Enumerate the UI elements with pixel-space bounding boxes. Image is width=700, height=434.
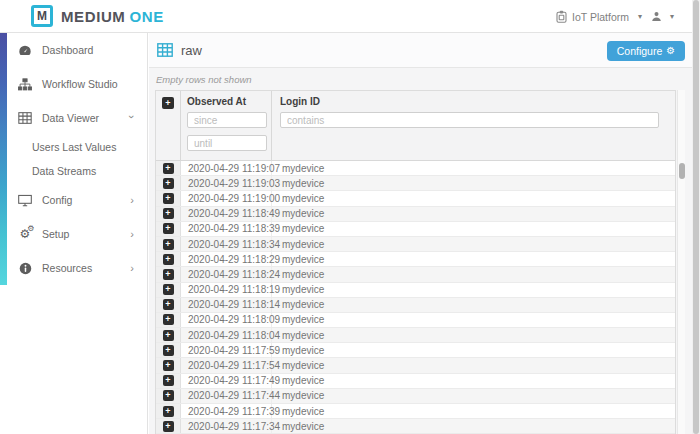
expand-cell: +	[156, 358, 181, 372]
sidebar-nav: Dashboard Workflow Studio	[0, 33, 147, 285]
plus-icon: +	[165, 331, 170, 340]
expand-row-button[interactable]: +	[163, 375, 174, 386]
expand-row-button[interactable]: +	[163, 314, 174, 325]
expand-row-button[interactable]: +	[163, 223, 174, 234]
observed-at-cell: 2020-04-29 11:18:39	[181, 222, 272, 236]
table-row: + 2020-04-29 11:17:34 mydevice	[156, 419, 675, 434]
chevron-down-icon: ›	[127, 115, 138, 119]
until-filter-input[interactable]	[187, 135, 267, 151]
sitemap-icon	[17, 78, 33, 91]
expand-row-button[interactable]: +	[163, 239, 174, 250]
desktop-icon	[17, 194, 33, 207]
login-id-cell: mydevice	[272, 283, 675, 297]
sidebar-item-dashboard[interactable]: Dashboard	[0, 33, 147, 67]
top-bar: M MEDIUMONE IoT Platform ▾ ▾	[0, 0, 692, 33]
expand-row-button[interactable]: +	[163, 360, 174, 371]
table-row: + 2020-04-29 11:18:09 mydevice	[156, 313, 675, 328]
platform-label: IoT Platform	[572, 11, 629, 23]
login-id-cell: mydevice	[272, 404, 675, 418]
login-id-cell: mydevice	[272, 222, 675, 236]
login-id-cell: mydevice	[272, 358, 675, 372]
table-row: + 2020-04-29 11:18:39 mydevice	[156, 222, 675, 237]
expand-row-button[interactable]: +	[163, 390, 174, 401]
expand-cell: +	[156, 419, 181, 433]
plus-icon: +	[165, 179, 170, 188]
sidebar-item-data-viewer[interactable]: Data Viewer ›	[0, 101, 147, 135]
sidebar-item-config[interactable]: Config ›	[0, 183, 147, 217]
expand-row-button[interactable]: +	[163, 269, 174, 280]
sidebar-item-setup[interactable]: ⚙⚙ Setup ›	[0, 217, 147, 251]
observed-at-header-cell: Observed At	[181, 91, 272, 160]
sidebar-item-label: Resources	[42, 262, 92, 274]
expand-cell: +	[156, 404, 181, 418]
login-id-column-header: Login ID	[280, 96, 667, 107]
platform-icon	[556, 10, 567, 23]
page-scrollbar-thumb[interactable]	[693, 0, 699, 434]
observed-at-cell: 2020-04-29 11:18:49	[181, 207, 272, 221]
expand-row-button[interactable]: +	[163, 163, 174, 174]
table-row: + 2020-04-29 11:18:49 mydevice	[156, 207, 675, 222]
login-id-cell: mydevice	[272, 161, 675, 175]
observed-at-cell: 2020-04-29 11:17:49	[181, 374, 272, 388]
platform-dropdown[interactable]: IoT Platform ▾	[556, 0, 642, 33]
expand-row-button[interactable]: +	[163, 299, 174, 310]
sidebar-item-label: Data Streams	[32, 165, 96, 177]
user-dropdown[interactable]: ▾	[651, 0, 674, 33]
plus-icon: +	[165, 376, 170, 385]
configure-button[interactable]: Configure⚙	[607, 41, 685, 61]
expand-all-button[interactable]: +	[162, 97, 174, 109]
observed-at-column-header: Observed At	[187, 96, 265, 107]
login-id-cell: mydevice	[272, 374, 675, 388]
table-row: + 2020-04-29 11:19:00 mydevice	[156, 191, 675, 206]
expand-row-button[interactable]: +	[163, 254, 174, 265]
expand-row-button[interactable]: +	[163, 178, 174, 189]
since-filter-input[interactable]	[187, 112, 267, 128]
login-id-cell: mydevice	[272, 298, 675, 312]
table-row: + 2020-04-29 11:17:54 mydevice	[156, 358, 675, 373]
expand-cell: +	[156, 283, 181, 297]
sidebar-item-label: Workflow Studio	[42, 78, 118, 90]
table-row: + 2020-04-29 11:18:29 mydevice	[156, 252, 675, 267]
plus-icon: +	[165, 346, 170, 355]
observed-at-cell: 2020-04-29 11:18:34	[181, 237, 272, 251]
expand-row-button[interactable]: +	[163, 345, 174, 356]
expand-cell: +	[156, 176, 181, 190]
expand-cell: +	[156, 313, 181, 327]
gauge-icon	[17, 44, 33, 57]
table-row: + 2020-04-29 11:17:49 mydevice	[156, 374, 675, 389]
login-id-cell: mydevice	[272, 419, 675, 433]
gears-icon: ⚙⚙	[17, 228, 33, 240]
sidebar-item-label: Data Viewer	[42, 112, 99, 124]
expand-all-cell: +	[156, 91, 181, 160]
login-id-cell: mydevice	[272, 313, 675, 327]
expand-row-button[interactable]: +	[163, 330, 174, 341]
plus-icon: +	[165, 209, 170, 218]
sidebar-item-resources[interactable]: Resources ›	[0, 251, 147, 285]
table-row: + 2020-04-29 11:18:14 mydevice	[156, 298, 675, 313]
sidebar-item-workflow-studio[interactable]: Workflow Studio	[0, 67, 147, 101]
table-row: + 2020-04-29 11:18:34 mydevice	[156, 237, 675, 252]
expand-row-button[interactable]: +	[163, 208, 174, 219]
sidebar-item-users-last-values[interactable]: Users Last Values	[0, 135, 147, 159]
table-scrollbar-thumb[interactable]	[679, 163, 685, 179]
plus-icon: +	[165, 391, 170, 400]
observed-at-cell: 2020-04-29 11:18:14	[181, 298, 272, 312]
plus-icon: +	[165, 164, 170, 173]
contains-filter-input[interactable]	[280, 112, 659, 128]
observed-at-cell: 2020-04-29 11:19:03	[181, 176, 272, 190]
sidebar-item-label: Config	[42, 194, 72, 206]
brand-name-medium: MEDIUM	[61, 8, 125, 25]
sidebar-item-data-streams[interactable]: Data Streams	[0, 159, 147, 183]
login-id-cell: mydevice	[272, 389, 675, 403]
expand-row-button[interactable]: +	[163, 284, 174, 295]
expand-cell: +	[156, 252, 181, 266]
login-id-cell: mydevice	[272, 207, 675, 221]
user-icon	[651, 11, 662, 22]
expand-row-button[interactable]: +	[163, 421, 174, 432]
chevron-right-icon: ›	[130, 195, 134, 206]
table-icon	[17, 112, 33, 124]
expand-row-button[interactable]: +	[163, 406, 174, 417]
expand-row-button[interactable]: +	[163, 193, 174, 204]
table-row: + 2020-04-29 11:18:04 mydevice	[156, 328, 675, 343]
page-scrollbar	[692, 0, 700, 434]
